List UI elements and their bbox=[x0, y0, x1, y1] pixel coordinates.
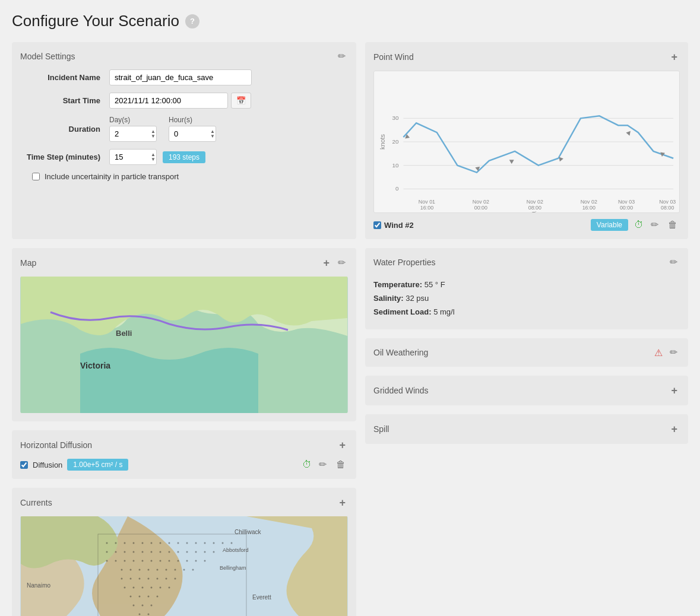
x-tick-6: Nov 03 bbox=[659, 199, 676, 205]
point-wind-title: Point Wind bbox=[373, 52, 414, 62]
timestep-down-button[interactable]: ▼ bbox=[151, 157, 156, 162]
duration-label: Duration bbox=[20, 125, 109, 134]
y-tick-0: 0 bbox=[395, 185, 399, 192]
diff-clock-icon[interactable]: ⏱ bbox=[302, 459, 312, 470]
spill-title: Spill bbox=[373, 424, 389, 434]
svg-point-31 bbox=[204, 551, 206, 553]
x-tick-6b: 08:00 bbox=[661, 205, 674, 211]
hours-input[interactable] bbox=[169, 126, 216, 142]
map-image: Belli Victoria bbox=[20, 277, 348, 413]
svg-point-66 bbox=[169, 587, 170, 589]
svg-point-13 bbox=[178, 542, 179, 544]
map-add-button[interactable]: + bbox=[321, 256, 332, 269]
svg-point-73 bbox=[151, 605, 153, 607]
svg-point-21 bbox=[115, 551, 117, 553]
svg-point-35 bbox=[124, 560, 126, 562]
timestep-spinner: ▲ ▼ bbox=[109, 149, 157, 165]
svg-point-53 bbox=[192, 569, 194, 571]
title-text: Configure Your Scenario bbox=[12, 12, 179, 30]
currents-map-svg: Nanaimo Chilliwack Abbotsford Bellingham… bbox=[20, 516, 348, 616]
help-icon[interactable]: ? bbox=[185, 14, 199, 28]
spill-right: + bbox=[669, 423, 680, 436]
wind-footer: Wind #2 Variable ⏱ ✏ 🗑 bbox=[373, 219, 680, 231]
svg-point-40 bbox=[169, 560, 170, 562]
svg-point-11 bbox=[160, 542, 161, 544]
gridded-winds-title: Gridded Winds bbox=[373, 386, 429, 395]
svg-text:Belli: Belli bbox=[116, 329, 132, 338]
gridded-winds-right: + bbox=[669, 384, 680, 397]
svg-point-68 bbox=[139, 596, 141, 598]
point-wind-panel: Point Wind + knots 0 10 20 30 bbox=[365, 42, 688, 239]
x-tick-2: Nov 02 bbox=[473, 199, 489, 205]
water-props-body: Temperature: 55 ° F Salinity: 32 psu Sed… bbox=[373, 275, 680, 316]
calendar-button[interactable]: 📅 bbox=[231, 93, 251, 109]
svg-point-59 bbox=[166, 578, 167, 580]
svg-text:Victoria: Victoria bbox=[80, 361, 110, 370]
model-settings-edit-button[interactable]: ✏ bbox=[335, 50, 348, 62]
start-time-input[interactable] bbox=[109, 93, 228, 109]
svg-point-37 bbox=[142, 560, 144, 562]
x-tick-2b: 00:00 bbox=[474, 205, 487, 211]
incident-name-label: Incident Name bbox=[20, 73, 109, 82]
water-props-title: Water Properties bbox=[373, 258, 436, 267]
uncertainty-checkbox[interactable] bbox=[32, 173, 40, 180]
diff-add-button[interactable]: + bbox=[337, 439, 348, 452]
hours-down-button[interactable]: ▼ bbox=[210, 134, 215, 139]
wind-clock-icon[interactable]: ⏱ bbox=[634, 220, 644, 230]
incident-name-input[interactable] bbox=[109, 69, 252, 85]
gridded-winds-add-button[interactable]: + bbox=[669, 384, 680, 397]
x-tick-4: Nov 02 bbox=[581, 199, 597, 205]
currents-header: Currents + bbox=[20, 496, 348, 509]
svg-point-49 bbox=[157, 569, 159, 571]
wind-checkbox[interactable] bbox=[373, 221, 381, 229]
sediment-line: Sediment Load: 5 mg/l bbox=[373, 307, 680, 316]
svg-point-5 bbox=[106, 542, 108, 544]
water-properties-panel: Water Properties ✏ Temperature: 55 ° F S… bbox=[365, 248, 688, 329]
map-edit-button[interactable]: ✏ bbox=[335, 256, 348, 269]
wind-edit-button[interactable]: ✏ bbox=[648, 219, 661, 231]
uncertainty-row: Include uncertainity in particle transpo… bbox=[20, 172, 348, 181]
svg-point-46 bbox=[130, 569, 132, 571]
svg-point-50 bbox=[166, 569, 167, 571]
diff-icons: ⏱ ✏ 🗑 bbox=[302, 459, 348, 471]
x-tick-1: Nov 01 bbox=[419, 199, 435, 205]
wind-chart-svg: knots 0 10 20 30 Nov 01 16:00 Nov 02 00:… bbox=[374, 71, 679, 212]
arrow-3 bbox=[508, 158, 514, 164]
svg-point-47 bbox=[139, 569, 141, 571]
svg-point-22 bbox=[124, 551, 126, 553]
days-input[interactable] bbox=[109, 126, 157, 142]
svg-point-12 bbox=[169, 542, 170, 544]
svg-point-51 bbox=[175, 569, 176, 571]
point-wind-add-button[interactable]: + bbox=[669, 50, 680, 63]
oil-edit-button[interactable]: ✏ bbox=[667, 347, 680, 358]
diffusion-checkbox[interactable] bbox=[20, 461, 28, 469]
svg-point-32 bbox=[213, 551, 215, 553]
y-tick-10: 10 bbox=[392, 162, 399, 169]
svg-point-65 bbox=[160, 587, 161, 589]
wind-delete-button[interactable]: 🗑 bbox=[666, 219, 680, 231]
x-tick-4b: 16:00 bbox=[582, 205, 596, 211]
wind-icons: ⏱ ✏ 🗑 bbox=[634, 219, 680, 231]
salinity-line: Salinity: 32 psu bbox=[373, 294, 680, 303]
svg-point-60 bbox=[175, 578, 176, 580]
diff-edit-button[interactable]: ✏ bbox=[316, 459, 329, 471]
salinity-value: 32 psu bbox=[406, 294, 429, 303]
days-down-button[interactable]: ▼ bbox=[151, 134, 156, 139]
svg-point-74 bbox=[139, 614, 141, 615]
svg-point-64 bbox=[151, 587, 153, 589]
svg-point-44 bbox=[204, 560, 206, 562]
temperature-label: Temperature: bbox=[373, 280, 422, 289]
timestep-input[interactable] bbox=[109, 149, 157, 165]
duration-days: Day(s) ▲ ▼ bbox=[109, 116, 157, 142]
oil-weathering-title: Oil Weathering bbox=[373, 348, 428, 357]
svg-point-36 bbox=[133, 560, 135, 562]
currents-add-button[interactable]: + bbox=[337, 496, 348, 509]
diff-delete-button[interactable]: 🗑 bbox=[334, 459, 348, 471]
bottom-row: Currents + bbox=[12, 488, 688, 616]
svg-point-25 bbox=[151, 551, 153, 553]
incident-name-row: Incident Name bbox=[20, 69, 348, 85]
water-props-edit-button[interactable]: ✏ bbox=[667, 256, 680, 268]
y-axis-label: knots bbox=[379, 134, 386, 150]
svg-point-8 bbox=[133, 542, 135, 544]
spill-add-button[interactable]: + bbox=[669, 423, 680, 436]
